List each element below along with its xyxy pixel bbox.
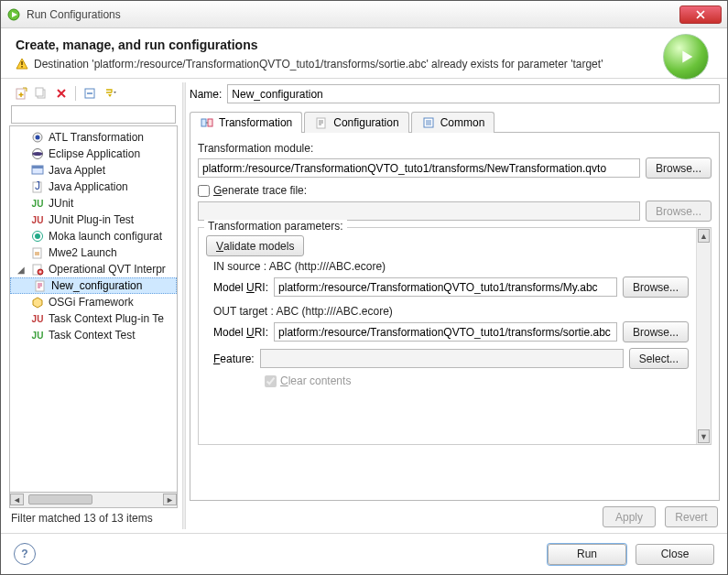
tab-bar: Transformation Configuration Common bbox=[190, 111, 720, 133]
mwe2-icon bbox=[30, 245, 45, 260]
feature-label: Feature: bbox=[213, 353, 255, 365]
validate-models-button[interactable]: Validate models bbox=[206, 235, 304, 256]
tree-item-eclipse-app[interactable]: Eclipse Application bbox=[10, 146, 177, 162]
module-browse-button[interactable]: Browse... bbox=[646, 157, 712, 179]
moka-icon bbox=[30, 229, 45, 244]
expand-toggle[interactable]: ◢ bbox=[16, 265, 27, 275]
tree-item-junit[interactable]: JUJUnit bbox=[10, 195, 177, 212]
apply-revert-row: Apply Revert bbox=[190, 501, 720, 529]
delete-config-button[interactable] bbox=[53, 85, 70, 102]
out-uri-input[interactable] bbox=[274, 322, 617, 342]
model-uri-label: Model URI: bbox=[213, 326, 268, 339]
svg-point-11 bbox=[36, 136, 40, 140]
revert-button: Revert bbox=[665, 506, 718, 527]
svg-marker-5 bbox=[682, 51, 692, 63]
scroll-thumb[interactable] bbox=[28, 494, 92, 504]
tree-item-new-configuration[interactable]: New_configuration bbox=[10, 277, 177, 294]
config-toolbar bbox=[9, 83, 178, 105]
scroll-right-arrow[interactable]: ► bbox=[163, 494, 177, 505]
config-file-icon bbox=[33, 278, 48, 293]
help-icon: ? bbox=[21, 548, 27, 560]
sash[interactable] bbox=[182, 82, 186, 529]
svg-text:J: J bbox=[35, 180, 40, 192]
param-out-head: OUT target : ABC (http:///ABC.ecore) bbox=[213, 305, 689, 318]
window-close-button[interactable] bbox=[679, 5, 722, 24]
name-label: Name: bbox=[190, 88, 222, 101]
titlebar[interactable]: Run Configurations bbox=[1, 1, 727, 28]
tree-item-mwe2[interactable]: Mwe2 Launch bbox=[10, 244, 177, 261]
name-input[interactable] bbox=[227, 84, 720, 103]
tree-horizontal-scrollbar[interactable]: ◄ ► bbox=[9, 493, 178, 508]
dialog-heading: Create, manage, and run configurations bbox=[16, 38, 712, 52]
tab-label: Configuration bbox=[333, 116, 398, 129]
param-out-block: OUT target : ABC (http:///ABC.ecore) Mod… bbox=[213, 305, 689, 387]
tree-item-java-applet[interactable]: Java Applet bbox=[10, 162, 177, 179]
tree-item-osgi[interactable]: OSGi Framework bbox=[10, 294, 177, 310]
trace-browse-button: Browse... bbox=[646, 201, 712, 222]
tree-item-junit-plugin[interactable]: JUJUnit Plug-in Test bbox=[10, 212, 177, 228]
dialog-body: ATL Transformation Eclipse Application J… bbox=[1, 79, 727, 533]
tree-item-task-plugin-test[interactable]: JUTask Context Plug-in Te bbox=[10, 310, 177, 327]
svg-rect-25 bbox=[201, 119, 206, 126]
warning-row: Destination 'platform:/resource/Transfor… bbox=[16, 58, 712, 71]
tab-label: Common bbox=[440, 116, 485, 129]
common-tab-icon bbox=[421, 115, 436, 130]
scroll-left-arrow[interactable]: ◄ bbox=[10, 494, 24, 505]
collapse-all-button[interactable] bbox=[81, 85, 98, 102]
params-group: Transformation parameters: Validate mode… bbox=[198, 227, 712, 445]
java-icon: J bbox=[30, 179, 45, 194]
module-label: Transformation module: bbox=[198, 142, 712, 155]
help-button[interactable]: ? bbox=[14, 543, 36, 565]
clear-contents-checkbox bbox=[265, 375, 277, 387]
close-icon bbox=[696, 10, 705, 19]
transformation-tab-icon bbox=[200, 115, 214, 130]
new-config-button[interactable] bbox=[13, 85, 29, 102]
qvto-icon bbox=[30, 262, 45, 277]
filter-menu-button[interactable] bbox=[102, 85, 118, 102]
tree-item-qvto[interactable]: ◢Operational QVT Interpr bbox=[10, 261, 177, 277]
tree-item-moka[interactable]: Moka launch configurat bbox=[10, 228, 177, 244]
trace-checkbox[interactable] bbox=[198, 185, 210, 197]
close-button[interactable]: Close bbox=[636, 544, 714, 565]
params-vertical-scrollbar[interactable]: ▲ ▼ bbox=[696, 228, 711, 444]
trace-label: Generate trace file: bbox=[213, 184, 307, 197]
right-panel: Name: Transformation Configuration Commo… bbox=[190, 82, 720, 529]
warning-text: Destination 'platform:/resource/Transfor… bbox=[34, 58, 603, 71]
tree-item-java-app[interactable]: JJava Application bbox=[10, 179, 177, 195]
svg-marker-24 bbox=[33, 298, 42, 308]
scroll-down-arrow[interactable]: ▼ bbox=[698, 429, 710, 443]
task-test-icon: JU bbox=[30, 328, 45, 342]
module-input[interactable] bbox=[198, 158, 640, 178]
applet-icon bbox=[30, 163, 45, 178]
config-tree[interactable]: ATL Transformation Eclipse Application J… bbox=[9, 125, 178, 493]
dialog-window: Run Configurations Create, manage, and r… bbox=[0, 0, 728, 575]
tab-common[interactable]: Common bbox=[411, 112, 495, 133]
form-area: Transformation module: Browse... Generat… bbox=[190, 133, 720, 501]
out-browse-button[interactable]: Browse... bbox=[623, 321, 689, 342]
in-browse-button[interactable]: Browse... bbox=[623, 277, 689, 298]
tab-transformation[interactable]: Transformation bbox=[190, 112, 302, 133]
dialog-footer: ? Run Close bbox=[1, 533, 727, 574]
task-plugin-icon: JU bbox=[30, 311, 45, 326]
run-button[interactable]: Run bbox=[548, 544, 626, 565]
duplicate-config-button[interactable] bbox=[33, 85, 49, 102]
window-title: Run Configurations bbox=[27, 8, 121, 21]
in-uri-input[interactable] bbox=[274, 277, 617, 297]
tree-item-atl[interactable]: ATL Transformation bbox=[10, 129, 177, 146]
svg-rect-26 bbox=[208, 119, 212, 126]
svg-rect-4 bbox=[21, 66, 23, 68]
model-uri-label: Model URI: bbox=[213, 281, 268, 294]
left-panel: ATL Transformation Eclipse Application J… bbox=[8, 82, 179, 529]
trace-file-input bbox=[198, 201, 640, 221]
feature-select-button[interactable]: Select... bbox=[629, 348, 689, 369]
filter-input[interactable] bbox=[11, 105, 176, 124]
scroll-up-arrow[interactable]: ▲ bbox=[698, 229, 710, 243]
dialog-header: Create, manage, and run configurations D… bbox=[1, 28, 727, 78]
app-icon bbox=[6, 7, 21, 22]
svg-point-13 bbox=[33, 152, 43, 156]
params-label: Transformation parameters: bbox=[204, 220, 347, 233]
feature-input bbox=[260, 349, 624, 368]
tab-configuration[interactable]: Configuration bbox=[304, 112, 408, 133]
junit-icon: JU bbox=[30, 196, 45, 211]
tree-item-task-test[interactable]: JUTask Context Test bbox=[10, 327, 177, 343]
